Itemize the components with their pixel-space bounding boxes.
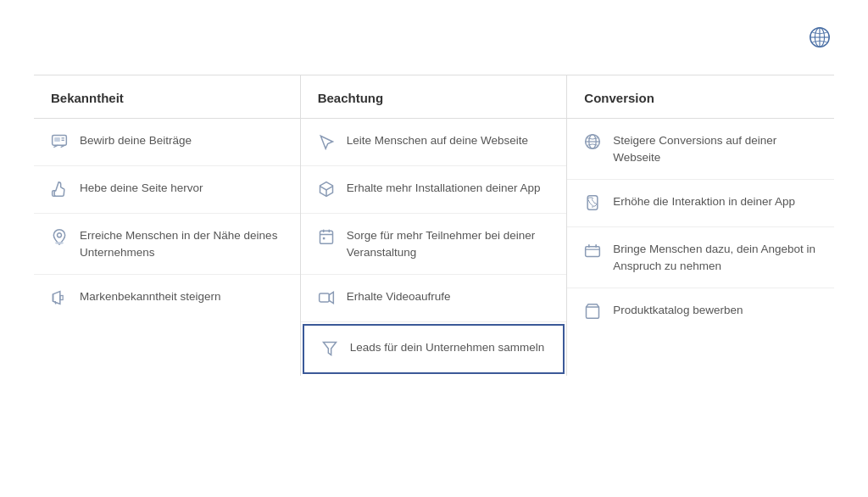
menu-item-erhoehe[interactable]: Erhöhe die Interaktion in deiner App: [567, 180, 834, 227]
logo-area: [34, 17, 834, 75]
column-conversion: ConversionSteigere Conversions auf deine…: [567, 75, 834, 376]
menu-item-bringe[interactable]: Bringe Menschen dazu, dein Angebot in An…: [567, 227, 834, 288]
location-icon: [51, 228, 70, 247]
item-text-produkt: Produktkatalog bewerben: [613, 302, 743, 319]
item-text-video: Erhalte Videoaufrufe: [347, 288, 451, 305]
globe-icon: [808, 25, 832, 49]
menu-item-produkt[interactable]: Produktkatalog bewerben: [567, 288, 834, 335]
menu-item-leads[interactable]: Leads für dein Unternehmen sammeln: [303, 324, 565, 374]
item-text-leads: Leads für dein Unternehmen sammeln: [350, 339, 545, 356]
item-text-bewirb: Bewirb deine Beiträge: [80, 132, 192, 149]
col-header-conversion: Conversion: [567, 75, 834, 119]
filter-icon: [321, 340, 340, 359]
item-text-leite: Leite Menschen auf deine Webseite: [347, 132, 528, 149]
page: BekanntheitBewirb deine BeiträgeHebe dei…: [0, 0, 868, 497]
menu-item-bewirb[interactable]: Bewirb deine Beiträge: [34, 119, 300, 166]
cube-icon: [318, 181, 337, 199]
col-header-beachtung: Beachtung: [301, 75, 567, 119]
item-text-erreiche: Erreiche Menschen in der Nähe deines Unt…: [80, 227, 283, 260]
cursor-icon: [318, 133, 337, 152]
offer-icon: [584, 242, 603, 260]
cart-icon: [584, 303, 603, 321]
menu-item-erreiche[interactable]: Erreiche Menschen in der Nähe deines Unt…: [34, 214, 300, 275]
column-beachtung: BeachtungLeite Menschen auf deine Websei…: [301, 75, 568, 376]
svg-point-11: [55, 242, 64, 244]
svg-rect-21: [322, 237, 325, 240]
svg-line-15: [55, 301, 56, 304]
menu-item-leite[interactable]: Leite Menschen auf deine Webseite: [301, 119, 567, 166]
svg-rect-22: [319, 293, 329, 302]
svg-marker-24: [323, 343, 336, 355]
item-text-hebe: Hebe deine Seite hervor: [80, 180, 203, 197]
globe-icon: [584, 133, 603, 152]
item-text-bringe: Bringe Menschen dazu, dein Angebot in An…: [613, 241, 817, 274]
menu-item-video[interactable]: Erhalte Videoaufrufe: [301, 275, 567, 322]
video-icon: [318, 289, 337, 308]
item-text-sorge: Sorge für mehr Teilnehmer bei deiner Ver…: [347, 227, 550, 260]
phone-icon: [584, 194, 603, 213]
logo: [805, 25, 834, 49]
svg-rect-30: [586, 247, 600, 257]
item-text-erhalte-app: Erhalte mehr Installationen deiner App: [347, 180, 541, 197]
menu-item-erhalte-app[interactable]: Erhalte mehr Installationen deiner App: [301, 166, 567, 214]
item-text-marken: Markenbekanntheit steigern: [80, 288, 221, 305]
svg-rect-13: [60, 296, 63, 300]
calendar-icon: [318, 228, 337, 247]
like-icon: [51, 181, 70, 199]
columns-grid: BekanntheitBewirb deine BeiträgeHebe dei…: [34, 75, 834, 376]
svg-rect-17: [320, 232, 332, 244]
post-icon: [51, 133, 70, 152]
menu-item-hebe[interactable]: Hebe deine Seite hervor: [34, 166, 300, 214]
col-header-bekanntheit: Bekanntheit: [34, 75, 300, 119]
menu-item-steigere[interactable]: Steigere Conversions auf deiner Webseite: [567, 119, 834, 180]
item-text-steigere: Steigere Conversions auf deiner Webseite: [613, 132, 817, 165]
svg-marker-12: [53, 292, 60, 304]
menu-item-sorge[interactable]: Sorge für mehr Teilnehmer bei deiner Ver…: [301, 214, 567, 275]
item-text-erhoehe: Erhöhe die Interaktion in deiner App: [613, 193, 795, 210]
menu-item-marken[interactable]: Markenbekanntheit steigern: [34, 275, 300, 321]
svg-rect-5: [54, 137, 60, 142]
megaphone-icon: [51, 289, 70, 308]
svg-marker-23: [329, 293, 333, 304]
column-bekanntheit: BekanntheitBewirb deine BeiträgeHebe dei…: [34, 75, 301, 376]
svg-point-10: [58, 233, 62, 237]
